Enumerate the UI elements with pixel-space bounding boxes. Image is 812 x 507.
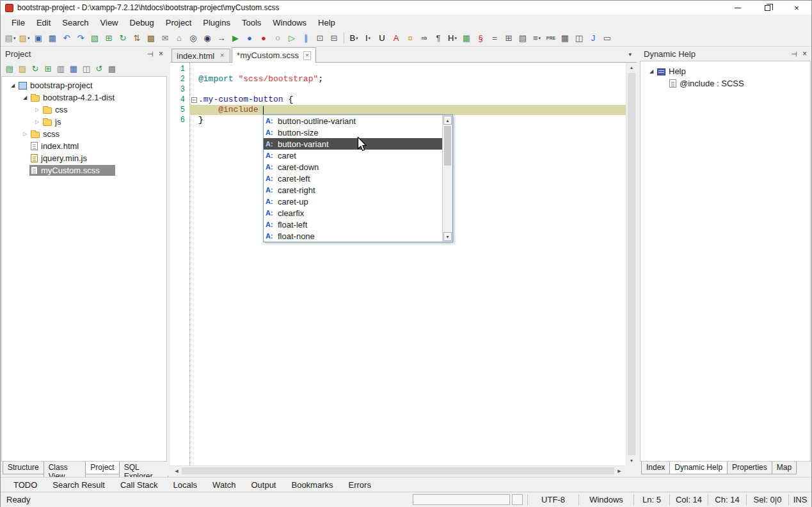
collapse-arrow-icon[interactable]: ▷ bbox=[20, 132, 29, 137]
help-child-item[interactable]: @include : SCSS bbox=[641, 77, 810, 90]
menu-search[interactable]: Search bbox=[56, 16, 94, 29]
list-icon[interactable]: ≡▾ bbox=[530, 31, 543, 45]
insert-script-icon[interactable]: J bbox=[587, 31, 600, 45]
view-toggle-icon[interactable]: ▧ bbox=[88, 31, 101, 45]
dock-tab-watch[interactable]: Watch bbox=[205, 480, 243, 490]
dock-tab-output[interactable]: Output bbox=[243, 480, 283, 490]
tab-close-icon[interactable]: × bbox=[303, 51, 311, 60]
tab-project[interactable]: Project bbox=[85, 462, 119, 474]
scroll-thumb[interactable] bbox=[182, 467, 614, 474]
dock-tab-todo[interactable]: TODO bbox=[6, 480, 45, 490]
preformatted-icon[interactable]: PRE bbox=[545, 31, 557, 45]
tree-item-scss[interactable]: ▷scss bbox=[2, 128, 166, 140]
bold-icon[interactable]: B▾ bbox=[347, 31, 360, 45]
help-root-item[interactable]: ◢ Help bbox=[641, 65, 810, 77]
tab-index[interactable]: Index bbox=[641, 462, 670, 474]
autocomplete-item-caret-right[interactable]: A:caret-right bbox=[264, 184, 442, 196]
horizontal-scrollbar[interactable]: ◀ ▶ bbox=[170, 465, 626, 476]
tab-close-icon[interactable]: × bbox=[219, 52, 225, 59]
special-char-icon[interactable]: ¤ bbox=[404, 31, 417, 45]
autocomplete-item-button-size[interactable]: A:button-size bbox=[264, 127, 442, 138]
collapse-arrow-icon[interactable]: ▷ bbox=[33, 120, 42, 125]
code-line-3[interactable]: 3 bbox=[170, 84, 626, 95]
editor-tab-index-html[interactable]: index.html× bbox=[171, 49, 230, 62]
record-icon[interactable]: ● bbox=[257, 31, 270, 45]
autocomplete-item-clearfix[interactable]: A:clearfix bbox=[264, 207, 442, 219]
redo-icon[interactable]: ↷ bbox=[74, 31, 87, 45]
package-icon[interactable]: ▩ bbox=[145, 31, 157, 45]
new-file-icon[interactable]: ▤▾ bbox=[4, 31, 17, 45]
autocomplete-item-float-none[interactable]: A:float-none bbox=[264, 230, 442, 242]
expand-arrow-icon[interactable]: ◢ bbox=[20, 95, 29, 100]
tab-dynamic-help[interactable]: Dynamic Help bbox=[669, 462, 728, 474]
pilcrow-icon[interactable]: ¶ bbox=[432, 31, 445, 45]
goto-icon[interactable]: → bbox=[215, 31, 228, 45]
close-button[interactable]: × bbox=[782, 1, 811, 15]
vertical-scrollbar[interactable]: ▲ ▼ bbox=[626, 63, 637, 465]
autocomplete-item-caret-down[interactable]: A:caret-down bbox=[264, 161, 442, 173]
insert-table-icon[interactable]: ⊞ bbox=[502, 31, 515, 45]
pin-icon[interactable]: ⊤ bbox=[790, 51, 799, 57]
split-cells-icon[interactable]: ◫ bbox=[573, 31, 585, 45]
menu-help[interactable]: Help bbox=[312, 16, 341, 29]
code-line-1[interactable]: 1 bbox=[170, 64, 626, 74]
filter-icon[interactable]: ▦ bbox=[68, 63, 79, 75]
table-properties-icon[interactable]: ▦ bbox=[559, 31, 571, 45]
dock-tab-locals[interactable]: Locals bbox=[166, 480, 205, 490]
scroll-thumb[interactable] bbox=[444, 126, 451, 166]
scroll-down-icon[interactable]: ▼ bbox=[443, 232, 452, 241]
menu-tools[interactable]: Tools bbox=[236, 16, 267, 29]
link-view-icon[interactable]: ◫ bbox=[81, 63, 92, 75]
find-in-files-icon[interactable]: ◉ bbox=[201, 31, 214, 45]
tree-item-bootstrap-4-2-1-dist[interactable]: ◢bootstrap-4.2.1-dist bbox=[2, 91, 166, 104]
tree-item-css[interactable]: ▷css bbox=[2, 104, 166, 116]
restore-button[interactable] bbox=[752, 1, 782, 15]
publish-icon[interactable]: ⇅ bbox=[131, 31, 143, 45]
autocomplete-item-button-variant[interactable]: A:button-variant bbox=[264, 138, 442, 150]
dock-tab-errors[interactable]: Errors bbox=[341, 480, 379, 490]
dock-tab-search-result[interactable]: Search Result bbox=[45, 480, 113, 490]
undo-icon[interactable]: ↶ bbox=[60, 31, 73, 45]
scroll-up-icon[interactable]: ▲ bbox=[443, 116, 452, 125]
options-icon[interactable]: ▩ bbox=[106, 63, 118, 75]
fold-marker-icon[interactable]: − bbox=[191, 97, 197, 103]
tab-map[interactable]: Map bbox=[772, 462, 797, 474]
collapse-arrow-icon[interactable]: ▷ bbox=[33, 107, 42, 113]
insert-mode-indicator[interactable]: INS bbox=[788, 494, 811, 506]
non-breaking-space-icon[interactable]: nb bbox=[418, 31, 431, 45]
minimize-button[interactable] bbox=[723, 1, 752, 15]
debug-icon[interactable]: ● bbox=[243, 31, 256, 45]
menu-file[interactable]: File bbox=[6, 16, 31, 29]
zoom-icon[interactable]: ○ bbox=[271, 31, 284, 45]
collapse-all-icon[interactable]: ▤ bbox=[4, 63, 15, 75]
scroll-down-icon[interactable]: ▼ bbox=[626, 458, 637, 463]
dock-tab-bookmarks[interactable]: Bookmarks bbox=[283, 480, 340, 490]
properties-icon[interactable]: ▥ bbox=[55, 63, 67, 75]
open-file-icon[interactable]: ▨▾ bbox=[18, 31, 31, 45]
find-icon[interactable]: ◎ bbox=[187, 31, 200, 45]
dock-tab-call-stack[interactable]: Call Stack bbox=[113, 480, 166, 490]
add-item-icon[interactable]: ⊞ bbox=[102, 31, 115, 45]
refresh-icon[interactable]: ↻ bbox=[116, 31, 129, 45]
sync-project-icon[interactable]: ↻ bbox=[29, 63, 41, 75]
menu-debug[interactable]: Debug bbox=[124, 16, 160, 29]
menu-plugins[interactable]: Plugins bbox=[197, 16, 236, 29]
tab-structure[interactable]: Structure bbox=[3, 462, 44, 474]
new-folder-icon[interactable]: ▨ bbox=[17, 63, 28, 75]
autocomplete-item-caret[interactable]: A:caret bbox=[264, 150, 442, 161]
editor-tab-mycustom-scss[interactable]: *myCustom.scss× bbox=[232, 47, 316, 63]
autocomplete-item-caret-left[interactable]: A:caret-left bbox=[264, 173, 442, 184]
panel-close-icon[interactable]: × bbox=[802, 49, 807, 58]
autocomplete-scrollbar[interactable]: ▲ ▼ bbox=[442, 115, 452, 242]
insert-image-icon[interactable]: ▦ bbox=[460, 31, 473, 45]
tree-item-jquery-min-js[interactable]: jquery.min.js bbox=[2, 152, 166, 164]
menu-windows[interactable]: Windows bbox=[267, 16, 312, 29]
mail-icon[interactable]: ✉ bbox=[159, 31, 171, 45]
tree-item-mycustom-scss[interactable]: myCustom.scss bbox=[2, 164, 166, 176]
save-icon[interactable]: ▣ bbox=[32, 31, 45, 45]
code-line-4[interactable]: 4−.my-custom-button { bbox=[170, 95, 626, 105]
add-file-icon[interactable]: ⊞ bbox=[42, 63, 54, 75]
line-ending-indicator[interactable]: Windows bbox=[578, 494, 633, 506]
scroll-up-icon[interactable]: ▲ bbox=[626, 65, 637, 70]
step-over-icon[interactable]: ⊡ bbox=[314, 31, 326, 45]
